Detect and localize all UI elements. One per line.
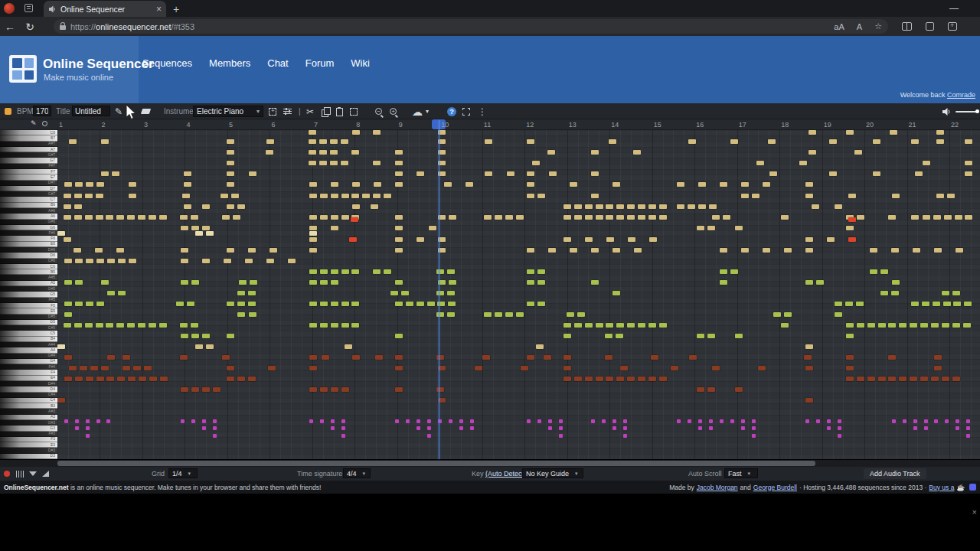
note[interactable] [730,269,738,274]
note[interactable] [574,323,582,328]
drum-note[interactable] [730,419,734,423]
note[interactable] [536,344,544,349]
drum-note[interactable] [341,426,345,430]
note[interactable] [180,355,188,360]
note[interactable] [845,302,853,306]
note[interactable] [116,323,124,328]
note[interactable] [846,334,854,338]
note[interactable] [107,291,115,295]
drum-note[interactable] [838,434,841,438]
drum-note[interactable] [838,419,841,423]
note[interactable] [649,237,657,242]
note[interactable] [320,269,328,274]
piano-key[interactable]: G#7 [0,152,57,158]
note[interactable] [564,215,571,220]
note[interactable] [564,377,571,381]
note[interactable] [373,194,381,198]
piano-key[interactable]: D#4 [0,381,57,386]
piano-key[interactable]: A#6 [0,208,57,214]
note[interactable] [627,204,635,209]
note[interactable] [149,215,156,220]
note[interactable] [436,387,444,392]
note[interactable] [769,171,777,176]
note[interactable] [805,398,813,403]
drum-note[interactable] [213,426,217,430]
note[interactable] [95,248,103,253]
note[interactable] [805,182,813,187]
help-icon[interactable]: ? [447,106,456,117]
note[interactable] [527,194,534,198]
note[interactable] [57,398,65,403]
note[interactable] [373,130,381,135]
note[interactable] [227,139,234,144]
note[interactable] [180,215,188,220]
drum-note[interactable] [945,419,949,423]
note[interactable] [96,182,104,187]
note[interactable] [395,182,403,187]
note[interactable] [395,366,403,370]
note[interactable] [436,355,444,360]
measure-number[interactable]: 6 [271,121,275,129]
note[interactable] [848,237,856,242]
note[interactable] [341,215,349,220]
note[interactable] [857,377,864,381]
note[interactable] [309,323,317,328]
note[interactable] [227,302,234,306]
note[interactable] [606,323,613,328]
note[interactable] [829,139,837,144]
note[interactable] [309,130,316,135]
note[interactable] [227,248,234,253]
note[interactable] [319,150,327,155]
note[interactable] [331,323,338,328]
detect-notes-icon[interactable] [269,106,276,117]
note[interactable] [648,204,656,209]
note[interactable] [846,355,854,360]
note[interactable] [184,182,191,187]
note[interactable] [86,182,93,187]
note[interactable] [127,215,135,220]
note[interactable] [596,204,603,209]
note[interactable] [688,139,696,144]
waveform-icon[interactable] [16,468,24,479]
note[interactable] [671,366,678,370]
note[interactable] [965,171,972,176]
note[interactable] [942,323,949,328]
select-all-icon[interactable] [350,106,358,117]
note[interactable] [395,171,403,176]
note[interactable] [319,139,327,144]
note[interactable] [181,334,188,338]
note[interactable] [237,291,245,295]
drum-note[interactable] [752,419,756,423]
note[interactable] [846,226,854,230]
note[interactable] [74,194,82,198]
note[interactable] [848,194,856,198]
note[interactable] [965,139,972,144]
piano-key[interactable]: C#5 [0,325,57,331]
note[interactable] [74,248,81,253]
note[interactable] [127,323,135,328]
note[interactable] [846,366,854,370]
note[interactable] [574,204,582,209]
velocity-ramp-icon[interactable] [42,468,49,479]
drum-note[interactable] [924,426,928,430]
note[interactable] [784,312,792,317]
note[interactable] [266,139,274,144]
measure-number[interactable]: 12 [526,121,534,129]
note[interactable] [648,215,656,220]
piano-key[interactable]: D5 [0,320,57,325]
piano-key[interactable]: E4 [0,376,57,381]
cloud-save-icon[interactable]: ☁ [412,106,423,117]
measure-number[interactable]: 10 [441,121,449,129]
note[interactable] [227,150,234,155]
note[interactable] [309,302,317,306]
note[interactable] [202,259,210,263]
note[interactable] [805,366,813,370]
note[interactable] [181,226,188,230]
split-screen-icon[interactable] [902,22,912,31]
drum-note[interactable] [416,419,420,423]
note[interactable] [237,312,245,317]
note[interactable] [187,302,194,306]
note[interactable] [248,377,256,381]
measure-number[interactable]: 19 [824,121,831,129]
note[interactable] [90,366,98,370]
